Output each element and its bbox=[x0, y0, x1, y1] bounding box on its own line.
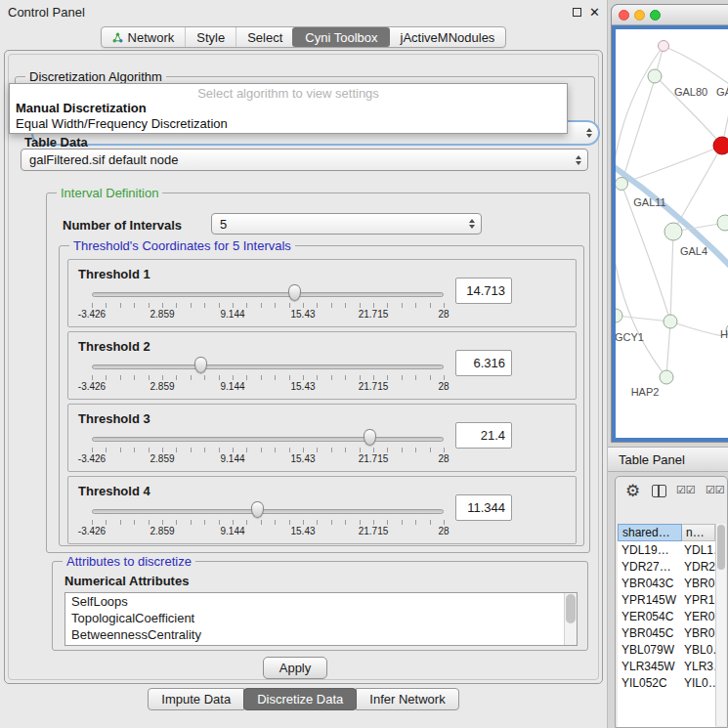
table-row[interactable]: YBR043CYBR0… bbox=[618, 575, 715, 591]
attributes-list[interactable]: SelfLoopsTopologicalCoefficientBetweenne… bbox=[64, 592, 578, 646]
network-edge[interactable] bbox=[616, 46, 666, 377]
close-traffic-light-icon[interactable] bbox=[619, 10, 629, 21]
threshold-label: Threshold 4 bbox=[78, 484, 150, 498]
table-panel-header[interactable]: Table Panel bbox=[608, 447, 728, 472]
scrollbar-thumb[interactable] bbox=[566, 594, 576, 623]
network-edge[interactable] bbox=[670, 232, 673, 321]
screen: Control Panel ✕ NetworkStyleSelectCyni T… bbox=[0, 0, 728, 728]
tab-cyni-toolbox[interactable]: Cyni Toolbox bbox=[292, 27, 389, 47]
threshold-slider-thumb[interactable] bbox=[288, 284, 301, 301]
column-header-shared-name[interactable]: shared… bbox=[618, 524, 682, 541]
threshold-value-field[interactable]: 11.344 bbox=[455, 494, 512, 521]
table-row[interactable]: YLR345WYLR3… bbox=[618, 658, 715, 674]
threshold-slider-thumb[interactable] bbox=[251, 501, 264, 518]
window-controls: ✕ bbox=[573, 7, 600, 18]
minimize-traffic-light-icon[interactable] bbox=[634, 10, 645, 21]
attribute-list-item[interactable]: TopologicalCoefficient bbox=[65, 610, 577, 626]
select-rows-icon[interactable]: ☑☑ bbox=[706, 484, 725, 496]
table-row[interactable]: YDR27…YDR2… bbox=[618, 558, 715, 575]
threshold-slider-thumb[interactable] bbox=[364, 429, 376, 446]
table-rows: YDL19…YDL1…YDR27…YDR2…YBR043CYBR0…YPR145… bbox=[618, 541, 715, 727]
network-node-gal11[interactable] bbox=[616, 178, 628, 191]
threshold-slider-track[interactable] bbox=[92, 509, 444, 514]
table-scrollbar[interactable] bbox=[715, 524, 726, 726]
network-edge-thick[interactable] bbox=[616, 166, 728, 267]
gear-icon[interactable]: ⚙ bbox=[625, 481, 640, 501]
slider-ticks-icon bbox=[92, 520, 445, 525]
network-edge[interactable] bbox=[621, 146, 722, 184]
algorithm-option-equal-width-frequency-discretization[interactable]: Equal Width/Frequency Discretization bbox=[16, 116, 561, 132]
scrollbar-thumb[interactable] bbox=[717, 525, 725, 570]
network-node[interactable] bbox=[664, 315, 677, 328]
cell-shared-name: YBR043C bbox=[618, 577, 682, 590]
slider-scale-label: 2.859 bbox=[150, 526, 174, 536]
column-header-name[interactable]: n… bbox=[682, 524, 715, 541]
threshold-value-field[interactable]: 14.713 bbox=[455, 278, 512, 304]
attribute-list-item[interactable]: BetweennessCentrality bbox=[65, 626, 577, 643]
slider-scale-label: 9.144 bbox=[220, 453, 244, 464]
network-canvas[interactable]: GAL80GAGAL11GAL4GCY1HHAP2 bbox=[616, 29, 728, 438]
network-edge[interactable] bbox=[664, 46, 728, 88]
zoom-traffic-light-icon[interactable] bbox=[650, 10, 661, 21]
network-edge[interactable] bbox=[616, 316, 670, 321]
numerical-attributes-label: Numerical Attributes bbox=[64, 574, 189, 588]
columns-icon[interactable] bbox=[652, 485, 666, 497]
table-row[interactable]: YBL079WYBL0… bbox=[618, 641, 715, 658]
tab-network[interactable]: Network bbox=[102, 27, 186, 47]
cell-name: YIL0… bbox=[682, 676, 715, 690]
network-edge[interactable] bbox=[670, 321, 724, 336]
network-view-window: GAL80GAGAL11GAL4GCY1HHAP2 bbox=[611, 4, 728, 443]
table-row[interactable]: YER054CYER0… bbox=[618, 608, 715, 624]
table-row[interactable]: YBR045CYBR0… bbox=[618, 624, 715, 641]
threshold-value-field[interactable]: 6.316 bbox=[455, 350, 512, 376]
panel-title: Control Panel bbox=[8, 5, 85, 20]
close-icon[interactable]: ✕ bbox=[589, 7, 600, 18]
algorithm-option-manual-discretization[interactable]: Manual Discretization bbox=[16, 101, 561, 116]
slider-scale-label: 28 bbox=[438, 453, 449, 464]
network-node[interactable] bbox=[713, 137, 728, 154]
num-intervals-combobox[interactable]: 5 bbox=[211, 213, 482, 235]
slider-scale-label: -3.426 bbox=[78, 309, 106, 320]
select-columns-icon[interactable]: ☑☑ bbox=[676, 484, 696, 496]
combo-stepper-icon[interactable] bbox=[576, 155, 581, 165]
tab-infer-network[interactable]: Infer Network bbox=[356, 688, 458, 710]
network-node-label: GCY1 bbox=[616, 331, 644, 343]
tab-discretize-data[interactable]: Discretize Data bbox=[243, 688, 357, 710]
network-node-gal80[interactable] bbox=[648, 69, 662, 83]
network-node[interactable] bbox=[659, 41, 669, 52]
interval-definition-group: Interval Definition Number of Intervals … bbox=[46, 193, 590, 553]
tab-label: jActiveMNodules bbox=[401, 30, 495, 45]
slider-scale-label: 9.144 bbox=[220, 309, 244, 320]
network-node-gcy1[interactable] bbox=[616, 309, 622, 322]
table-row[interactable]: YPR145WYPR1… bbox=[618, 591, 715, 608]
combo-stepper-icon[interactable] bbox=[586, 128, 592, 138]
tab-impute-data[interactable]: Impute Data bbox=[148, 688, 244, 710]
network-node-hap2[interactable] bbox=[660, 370, 673, 384]
network-edge[interactable] bbox=[621, 76, 656, 184]
slider-scale-label: 2.859 bbox=[150, 309, 174, 320]
attributes-scrollbar[interactable] bbox=[564, 593, 577, 645]
attributes-group: Attributes to discretize Numerical Attri… bbox=[52, 561, 588, 651]
threshold-slider-track[interactable] bbox=[92, 437, 444, 442]
network-node-gal4[interactable] bbox=[664, 223, 682, 240]
threshold-slider-thumb[interactable] bbox=[194, 357, 207, 373]
tab-jactivemnodules[interactable]: jActiveMNodules bbox=[390, 27, 506, 47]
cyni-toolbox-panel: Discretization Algorithm Select algorith… bbox=[4, 50, 603, 684]
threshold-slider-track[interactable] bbox=[92, 364, 444, 369]
threshold-slider-track[interactable] bbox=[92, 292, 444, 297]
slider-ticks-icon bbox=[92, 303, 445, 308]
tab-style[interactable]: Style bbox=[185, 27, 236, 47]
table-row[interactable]: YDL19…YDL1… bbox=[618, 541, 715, 558]
apply-button[interactable]: Apply bbox=[263, 657, 327, 679]
table-row[interactable]: YIL052CYIL0… bbox=[618, 674, 715, 691]
network-edge[interactable] bbox=[666, 321, 670, 377]
table-data-combobox[interactable]: galFiltered.sif default node bbox=[21, 149, 588, 171]
combo-stepper-icon[interactable] bbox=[469, 219, 475, 229]
network-node-label: H bbox=[720, 328, 728, 340]
float-window-icon[interactable] bbox=[573, 8, 581, 17]
attribute-list-item[interactable]: SelfLoops bbox=[65, 593, 577, 610]
threshold-value-field[interactable]: 21.4 bbox=[455, 422, 512, 449]
tab-select[interactable]: Select bbox=[236, 27, 293, 47]
network-window-titlebar[interactable] bbox=[612, 5, 728, 25]
network-node[interactable] bbox=[717, 215, 728, 231]
